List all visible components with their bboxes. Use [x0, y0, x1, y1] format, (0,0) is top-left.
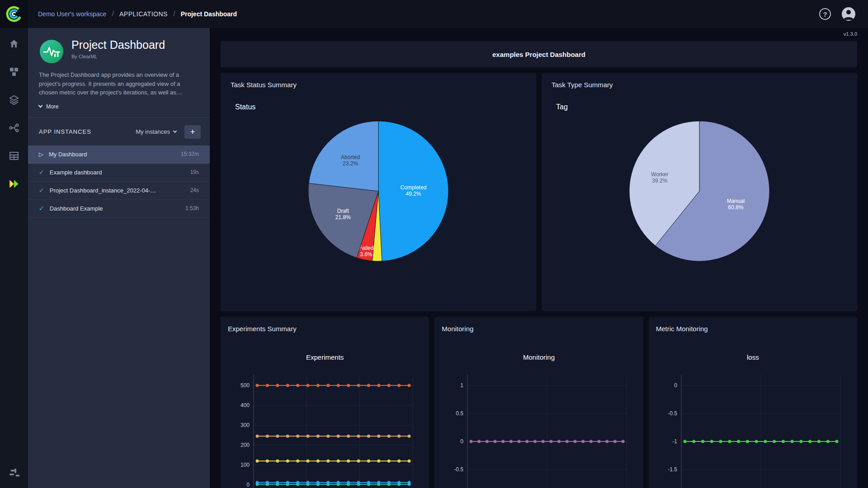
topbar-actions: ?: [819, 7, 868, 21]
instance-row-example-dashboard[interactable]: ✓ Example dashboard 19s: [28, 164, 210, 182]
completed-check-icon: ✓: [39, 169, 44, 176]
person-icon: [842, 7, 855, 21]
task-status-pie-chart[interactable]: Completed49.2%Failed3.6%Draft21.8%Aborte…: [231, 117, 526, 266]
instance-runtime: 19s: [190, 169, 199, 175]
user-avatar[interactable]: [842, 7, 855, 21]
applications-icon-active[interactable]: [8, 178, 20, 190]
svg-text:-0.5: -0.5: [668, 410, 678, 417]
instances-list: ▷ My Dashboard 15:32m ✓ Example dashboar…: [28, 145, 210, 218]
pie-chart-title: Tag: [556, 103, 847, 111]
card-title: Task Type Summary: [552, 81, 847, 89]
svg-text:0.5: 0.5: [456, 410, 463, 417]
breadcrumb-separator: /: [173, 9, 175, 19]
experiments-line-chart[interactable]: 5004003002001000: [228, 367, 422, 488]
instance-runtime: 1:53h: [185, 205, 199, 211]
more-label: More: [46, 103, 58, 110]
dashboard-header-card: examples Project Dashboard: [221, 41, 857, 67]
app-byline: By ClearML: [71, 54, 165, 59]
svg-text:0: 0: [246, 482, 250, 488]
task-type-summary-card: Task Type Summary Tag Manual60.8%Worker3…: [542, 73, 857, 311]
instance-row-dashboard-example[interactable]: ✓ Dashboard Example 1:53h: [28, 200, 210, 218]
svg-text:Aborted23.2%: Aborted23.2%: [341, 154, 360, 167]
card-title: Metric Monitoring: [656, 325, 850, 333]
card-title: Monitoring: [442, 325, 636, 333]
svg-text:100: 100: [241, 462, 250, 468]
task-type-pie-chart[interactable]: Manual60.8%Worker39.2%: [552, 117, 847, 266]
community-slack-icon[interactable]: [8, 467, 20, 479]
add-instance-button[interactable]: +: [184, 125, 201, 139]
chevron-down-icon: [38, 103, 43, 108]
project-dashboard-app-icon: [39, 39, 64, 64]
instance-row-my-dashboard[interactable]: ▷ My Dashboard 15:32m: [28, 145, 210, 164]
completed-check-icon: ✓: [39, 187, 44, 194]
reports-icon[interactable]: [8, 150, 20, 162]
line-chart-title: loss: [656, 353, 850, 361]
instance-name: My Dashboard: [49, 151, 87, 158]
monitoring-line-chart[interactable]: 10.50-0.5: [442, 367, 636, 488]
projects-icon[interactable]: [8, 66, 20, 78]
svg-text:0: 0: [460, 438, 463, 445]
home-icon[interactable]: [8, 38, 20, 50]
chevron-down-icon: [173, 129, 177, 133]
svg-text:-1: -1: [673, 438, 678, 445]
dashboard-main: v1.3.0 examples Project Dashboard Task S…: [210, 28, 868, 488]
svg-text:500: 500: [241, 382, 250, 389]
metric-monitoring-card: Metric Monitoring loss 0-0.5-1-1.5: [649, 317, 857, 488]
instance-name: Example dashboard: [50, 169, 102, 176]
instances-filter-dropdown[interactable]: My instances: [136, 128, 176, 135]
svg-text:300: 300: [241, 422, 250, 428]
instance-row-project-dashboard-2022[interactable]: ✓ Project Dashboard_instance_2022-04-… 2…: [28, 182, 210, 200]
svg-text:1: 1: [460, 382, 463, 389]
line-chart-title: Experiments: [228, 353, 422, 361]
clearml-app: Demo User's workspace / APPLICATIONS / P…: [0, 0, 868, 488]
task-status-summary-card: Task Status Summary Status Completed49.2…: [221, 73, 536, 311]
app-title: Project Dashboard: [71, 39, 165, 52]
card-title: Experiments Summary: [228, 325, 422, 333]
svg-text:-0.5: -0.5: [454, 466, 463, 473]
breadcrumb-separator: /: [112, 9, 114, 19]
app-instances-header: APP INSTANCES: [39, 128, 91, 135]
instance-name: Project Dashboard_instance_2022-04-…: [50, 187, 156, 194]
svg-text:Worker39.2%: Worker39.2%: [651, 171, 668, 184]
svg-text:Failed3.6%: Failed3.6%: [359, 245, 374, 258]
monitoring-card: Monitoring Monitoring 10.50-0.5: [434, 317, 643, 488]
app-description: The Project Dashboard app provides an ov…: [39, 70, 199, 97]
svg-text:400: 400: [241, 402, 250, 408]
completed-check-icon: ✓: [39, 205, 44, 212]
svg-text:Draft21.8%: Draft21.8%: [335, 208, 351, 221]
side-rail: [0, 28, 28, 488]
app-version-label: v1.3.0: [221, 28, 857, 39]
instance-runtime: 15:32m: [181, 151, 199, 157]
datasets-icon[interactable]: [8, 94, 20, 106]
clearml-logo[interactable]: [0, 0, 28, 28]
pipelines-icon[interactable]: [8, 122, 20, 134]
top-bar: Demo User's workspace / APPLICATIONS / P…: [0, 0, 868, 28]
app-panel: Project Dashboard By ClearML The Project…: [28, 28, 210, 488]
breadcrumb-workspace[interactable]: Demo User's workspace: [38, 10, 106, 18]
breadcrumb-current-page: Project Dashboard: [181, 10, 237, 18]
card-title: Task Status Summary: [231, 81, 526, 89]
experiments-summary-card: Experiments Summary Experiments 50040030…: [221, 317, 429, 488]
svg-text:200: 200: [241, 442, 250, 448]
instance-runtime: 24s: [190, 187, 199, 193]
breadcrumb-applications[interactable]: APPLICATIONS: [119, 10, 168, 18]
instance-name: Dashboard Example: [50, 205, 103, 212]
help-icon[interactable]: ?: [819, 8, 831, 20]
more-toggle[interactable]: More: [39, 103, 199, 117]
clearml-logo-icon: [5, 5, 23, 23]
svg-text:-1.5: -1.5: [668, 466, 678, 473]
line-chart-title: Monitoring: [442, 353, 636, 361]
pie-chart-title: Status: [235, 103, 526, 111]
loss-line-chart[interactable]: 0-0.5-1-1.5: [656, 367, 850, 488]
running-icon: ▷: [39, 151, 43, 158]
instances-filter-label: My instances: [136, 128, 170, 135]
svg-text:Manual60.8%: Manual60.8%: [727, 198, 745, 211]
breadcrumb: Demo User's workspace / APPLICATIONS / P…: [38, 9, 237, 19]
svg-text:0: 0: [675, 382, 678, 389]
